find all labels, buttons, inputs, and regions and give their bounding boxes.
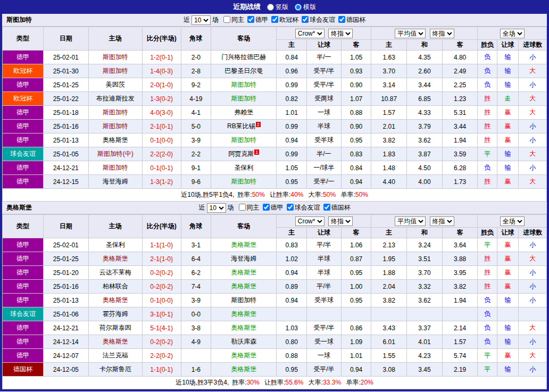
away-team-link[interactable]: 奥格斯堡: [231, 352, 256, 359]
away-team-link[interactable]: 奥格斯堡: [231, 310, 256, 318]
home-team-link[interactable]: 斯图加特: [103, 122, 128, 130]
filter-checkbox[interactable]: [263, 204, 270, 211]
away-team-link[interactable]: RB莱比锡: [227, 122, 255, 130]
away-team-link[interactable]: 斯图加特: [231, 296, 256, 304]
home-team-link[interactable]: 布拉迪斯拉发: [96, 95, 135, 102]
bookmaker-select[interactable]: Crow*: [295, 29, 325, 38]
goals-result-cell: 大: [519, 321, 547, 335]
away-team-link[interactable]: 海登海姆: [231, 255, 256, 262]
team-name: 奥格斯堡: [6, 203, 32, 212]
summary-stat-label: 大率:: [309, 379, 323, 386]
home-team-cell: 海登海姆: [88, 175, 142, 189]
home-team-link[interactable]: 奥格斯堡: [103, 338, 128, 345]
euro-odds: 2.01: [371, 120, 407, 134]
match-score: 1-4(0-3): [142, 64, 181, 78]
league-badge: 德甲: [3, 321, 44, 335]
home-team-link[interactable]: 斯图加特: [103, 109, 128, 116]
away-team-link[interactable]: 奥格斯堡: [231, 282, 256, 290]
avg-stage-select[interactable]: 终指: [430, 29, 454, 38]
euro-odds: 1.94: [442, 294, 478, 307]
avg-odds-select[interactable]: 平均值: [395, 29, 426, 38]
home-team-link[interactable]: 斯图加特: [103, 67, 128, 74]
home-team-link[interactable]: 云达不莱梅: [99, 269, 131, 276]
handicap-odds: 1.09: [341, 335, 371, 349]
league-badge: 欧冠杯: [3, 64, 44, 78]
filter-checkbox[interactable]: [323, 204, 330, 211]
away-team-link[interactable]: 巴黎圣日尔曼: [224, 67, 263, 74]
filter-checkbox[interactable]: [223, 16, 230, 23]
euro-odds: 3.70: [407, 266, 443, 280]
away-team-cell: 奥格斯堡: [211, 238, 277, 252]
filter-checkbox[interactable]: [239, 204, 246, 211]
away-team-link[interactable]: 门兴格拉德巴赫: [221, 53, 266, 61]
filter-checkbox-label[interactable]: 德国杯: [323, 204, 351, 211]
filter-checkbox-label[interactable]: 球会友谊: [302, 16, 335, 23]
filter-checkbox[interactable]: [247, 16, 254, 23]
handicap-odds: 0.80: [277, 335, 307, 349]
away-team-link[interactable]: 阿贾克斯: [228, 150, 254, 157]
away-team-link[interactable]: 勒沃库森: [231, 338, 256, 345]
away-team-link[interactable]: 弗赖堡: [234, 109, 253, 116]
away-team-link[interactable]: 奥格斯堡: [231, 241, 256, 248]
home-team-link[interactable]: 柏林联合: [103, 282, 128, 290]
euro-odds: 2.19: [442, 363, 478, 377]
summary-prefix: 近10场,胜5平1负4,: [181, 191, 234, 198]
avg-stage-select[interactable]: 终指: [430, 216, 454, 226]
home-team-link[interactable]: 卡尔斯鲁厄: [99, 365, 131, 373]
home-team-link[interactable]: 法兰克福: [103, 352, 128, 359]
bookmaker-select[interactable]: Crow*: [295, 216, 325, 226]
col-ah-away: 客: [341, 228, 371, 238]
horizontal-layout-radio[interactable]: [295, 4, 302, 11]
away-team-link[interactable]: 圣保利: [234, 164, 253, 171]
filter-checkbox-label[interactable]: 德国杯: [338, 16, 365, 23]
filter-checkbox-label[interactable]: 球会友谊: [287, 204, 320, 211]
corner-score: 9-1: [181, 161, 211, 175]
home-team-link[interactable]: 荷尔斯泰因: [99, 324, 131, 331]
filter-checkbox[interactable]: [287, 204, 294, 211]
match-row: 德甲25-01-13奥格斯堡0-1(0-0)3-9斯图加特0.94受半球0.95…: [3, 134, 547, 147]
away-team-link[interactable]: 斯图加特: [231, 178, 256, 185]
euro-odds: 10.87: [371, 92, 407, 106]
vertical-layout-radio[interactable]: [267, 4, 274, 11]
home-team-link[interactable]: 圣保利: [106, 241, 125, 248]
corner-score: 3-8: [181, 321, 211, 335]
filter-checkbox-label[interactable]: 德甲: [247, 16, 268, 23]
filter-checkbox[interactable]: [338, 16, 345, 23]
away-team-link[interactable]: 奥格斯堡: [231, 365, 256, 373]
home-team-link[interactable]: 海登海姆: [103, 178, 128, 185]
filter-checkbox-label[interactable]: 欧冠杯: [271, 16, 298, 23]
bookmaker-stage-select[interactable]: 终指: [328, 29, 353, 38]
filter-checkbox[interactable]: [302, 16, 309, 23]
filter-checkbox[interactable]: [271, 16, 278, 23]
home-team-link[interactable]: 美因茨: [106, 81, 125, 88]
away-team-cell: 斯图加特: [211, 175, 277, 189]
home-team-link[interactable]: 斯图加特: [103, 164, 128, 171]
league-badge: 德甲: [3, 51, 44, 64]
filter-checkbox-label[interactable]: 德甲: [263, 204, 284, 211]
home-team-link[interactable]: 斯图加特: [103, 53, 128, 61]
match-count-select[interactable]: 10: [192, 15, 211, 25]
scope-select[interactable]: 全场: [500, 29, 525, 38]
home-team-link[interactable]: 斯图加特(中): [97, 150, 134, 157]
away-team-link[interactable]: 奥格斯堡: [231, 324, 256, 331]
filter-checkbox-label[interactable]: 同主: [223, 16, 244, 23]
home-team-link[interactable]: 奥格斯堡: [103, 296, 128, 304]
goals-result-cell: 小: [519, 266, 547, 280]
away-team-link[interactable]: 斯图加特: [231, 95, 256, 102]
home-team-cell: 法兰克福: [88, 349, 142, 363]
euro-odds: 5.31: [442, 106, 478, 120]
away-team-link[interactable]: 斯图加特: [231, 136, 256, 144]
home-team-link[interactable]: 霍芬海姆: [103, 310, 128, 318]
filter-checkbox-label[interactable]: 同主: [239, 204, 260, 211]
home-team-link[interactable]: 奥格斯堡: [103, 136, 128, 144]
layout-option-vertical[interactable]: 竖版: [267, 3, 288, 12]
bookmaker-stage-select[interactable]: 终指: [328, 216, 353, 226]
layout-option-horizontal[interactable]: 横版: [295, 3, 316, 12]
away-team-link[interactable]: 奥格斯堡: [231, 269, 256, 276]
avg-odds-select[interactable]: 平均值: [395, 216, 426, 226]
away-team-link[interactable]: 斯图加特: [231, 81, 256, 88]
home-team-link[interactable]: 奥格斯堡: [103, 255, 128, 262]
scope-select[interactable]: 全场: [500, 216, 525, 226]
match-count-select[interactable]: 10: [207, 203, 226, 213]
euro-odds: 2.25: [442, 78, 478, 92]
